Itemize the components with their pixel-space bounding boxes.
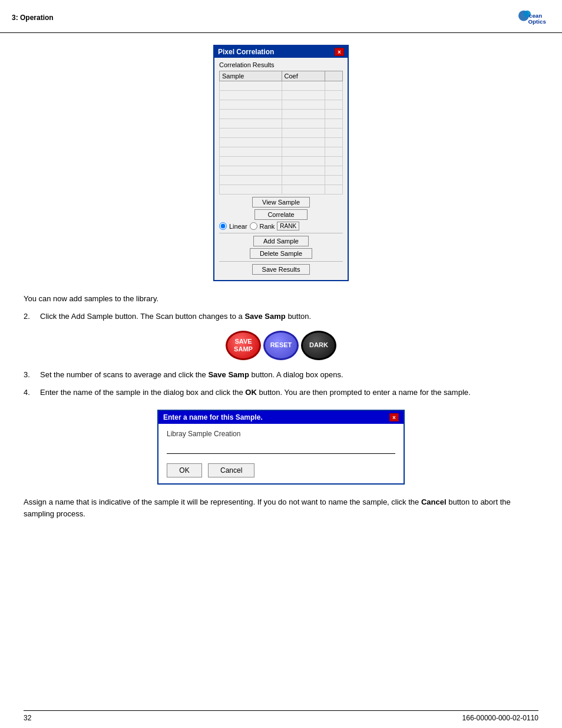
assign-text: Assign a name that is indicative of the … [24, 496, 538, 519]
table-row [220, 81, 343, 91]
dialog-body: Correlation Results Sample Coef [214, 58, 348, 280]
ok-button[interactable]: OK [167, 463, 202, 477]
add-sample-row: Add Sample [219, 236, 343, 246]
dialog-close-button[interactable]: × [335, 48, 344, 56]
step-3-num: 3. [24, 369, 35, 381]
table-row [220, 147, 343, 157]
table-row [220, 157, 343, 166]
step-2-bold: Save Samp [244, 312, 285, 321]
enter-name-sublabel: Libray Sample Creation [167, 430, 395, 438]
pixel-correlation-dialog: Pixel Correlation × Correlation Results … [213, 45, 349, 281]
table-row [220, 176, 343, 185]
intro-text: You can now add samples to the library. [24, 293, 538, 305]
linear-radio[interactable] [219, 222, 227, 230]
view-sample-button[interactable]: View Sample [252, 197, 310, 207]
correlate-row: Correlate [219, 209, 343, 220]
assign-before: Assign a name that is indicative of the … [24, 498, 421, 506]
add-sample-button[interactable]: Add Sample [253, 236, 309, 246]
step-4: 4. Enter the name of the sample in the d… [24, 387, 538, 398]
results-table: Sample Coef [219, 71, 343, 195]
cancel-button[interactable]: Cancel [208, 463, 254, 477]
step-4-before: Enter the name of the sample in the dial… [40, 388, 245, 397]
step-3-after: button. A dialog box opens. [249, 370, 343, 379]
enter-name-body: Libray Sample Creation OK Cancel [158, 424, 404, 483]
step-2-before: Click the Add Sample button. The Scan bu… [40, 312, 244, 321]
rank-radio[interactable] [250, 222, 257, 230]
table-row [220, 129, 343, 138]
col-coef: Coef [282, 71, 325, 81]
enter-name-title: Enter a name for this Sample. [163, 413, 263, 421]
correlation-results-label: Correlation Results [219, 61, 343, 68]
step-2: 2. Click the Add Sample button. The Scan… [24, 311, 538, 322]
step-3-text: Set the number of scans to average and c… [40, 369, 343, 381]
page-header: 3: Operation cean Optics [0, 0, 562, 33]
svg-text:Optics: Optics [528, 18, 547, 25]
sample-name-input[interactable] [167, 443, 395, 454]
table-row [220, 119, 343, 129]
step-2-text: Click the Add Sample button. The Scan bu… [40, 311, 311, 322]
page-content: Pixel Correlation × Correlation Results … [0, 33, 562, 537]
page-footer: 32 166-00000-000-02-0110 [24, 710, 538, 722]
linear-label: Linear [229, 223, 247, 230]
save-results-row: Save Results [219, 264, 343, 275]
enter-name-dialog: Enter a name for this Sample. × Libray S… [157, 410, 405, 485]
rank-button[interactable]: RANK [277, 222, 299, 230]
buttons-display: SAVESAMP RESET DARK [24, 331, 538, 360]
page-number: 32 [24, 714, 31, 722]
step-4-bold: OK [245, 388, 257, 397]
logo-area: cean Optics [515, 6, 550, 29]
table-row [220, 110, 343, 119]
step-4-num: 4. [24, 387, 35, 398]
dialog-titlebar: Pixel Correlation × [214, 46, 348, 58]
delete-sample-button[interactable]: Delete Sample [250, 248, 312, 259]
ocean-optics-logo: cean Optics [515, 6, 550, 29]
step-2-after: button. [286, 312, 311, 321]
col-extra [325, 71, 343, 81]
step-4-text: Enter the name of the sample in the dial… [40, 387, 471, 398]
dialog-title: Pixel Correlation [218, 48, 274, 56]
section-label: 3: Operation [12, 14, 54, 22]
enter-name-titlebar: Enter a name for this Sample. × [158, 411, 404, 424]
separator2 [219, 261, 343, 262]
enter-name-buttons: OK Cancel [167, 463, 395, 477]
step-4-after: button. You are then prompted to enter a… [257, 388, 471, 397]
step-3: 3. Set the number of scans to average an… [24, 369, 538, 381]
dark-button[interactable]: DARK [301, 331, 336, 360]
table-row [220, 166, 343, 176]
table-row [220, 100, 343, 110]
table-row [220, 138, 343, 147]
rank-label: Rank [260, 223, 275, 230]
table-row [220, 185, 343, 195]
linear-rank-row: Linear Rank RANK [219, 222, 343, 230]
step-3-bold: Save Samp [208, 370, 249, 379]
doc-number: 166-00000-000-02-0110 [462, 714, 538, 722]
step-2-num: 2. [24, 311, 35, 322]
save-samp-button[interactable]: SAVESAMP [226, 331, 261, 360]
enter-name-close-button[interactable]: × [389, 413, 399, 421]
assign-bold: Cancel [421, 498, 447, 506]
save-results-button[interactable]: Save Results [252, 264, 310, 275]
table-row [220, 91, 343, 100]
separator [219, 233, 343, 233]
view-sample-row: View Sample [219, 197, 343, 207]
svg-text:cean: cean [529, 12, 542, 19]
correlate-button[interactable]: Correlate [254, 209, 308, 220]
col-sample: Sample [220, 71, 282, 81]
step-3-before: Set the number of scans to average and c… [40, 370, 208, 379]
reset-button[interactable]: RESET [263, 331, 299, 360]
delete-sample-row: Delete Sample [219, 248, 343, 259]
